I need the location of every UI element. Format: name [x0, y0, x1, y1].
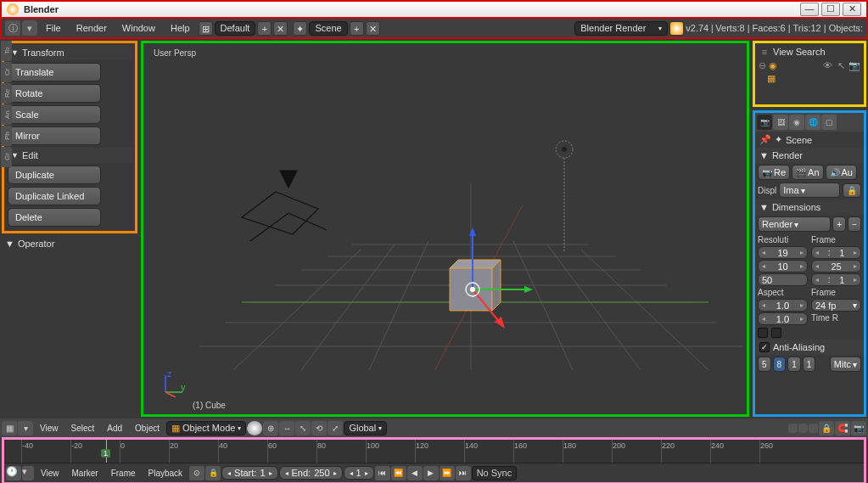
manip-scale-icon[interactable]: ⤢	[328, 421, 343, 435]
scene-remove-button[interactable]: ✕	[366, 21, 380, 36]
play-reverse-icon[interactable]: ◀	[407, 466, 423, 480]
render-preset-dropdown[interactable]: Render ▾	[758, 216, 831, 232]
outliner-view-menu[interactable]: View	[773, 47, 793, 57]
border-checkbox[interactable]	[758, 328, 768, 338]
aa-sample-5[interactable]: 5	[758, 357, 771, 372]
shading-solid-icon[interactable]	[247, 421, 262, 435]
expand-menu-icon[interactable]: ▾	[22, 20, 37, 36]
screen-layout-dropdown[interactable]: Default	[215, 21, 256, 36]
jump-start-icon[interactable]: ⏮	[375, 466, 390, 480]
pin-icon[interactable]: 📌	[759, 134, 771, 145]
aa-filter-dropdown[interactable]: Mitc ▾	[830, 357, 861, 372]
editor-type-icon[interactable]: ⓘ	[5, 20, 20, 36]
duplicate-linked-button[interactable]: Duplicate Linked	[8, 187, 101, 205]
end-frame-field[interactable]: ◂End: 250▸	[279, 466, 343, 480]
lock-icon[interactable]: 🔒	[843, 183, 861, 198]
frame-start-field[interactable]: ◂: 1▸	[811, 246, 861, 259]
aspect-x-field[interactable]: ◂1.0▸	[758, 299, 808, 312]
outliner-search-menu[interactable]: Search	[796, 47, 826, 57]
jump-end-icon[interactable]: ⏭	[456, 466, 471, 480]
render-preview-icon[interactable]: 📷	[851, 421, 866, 435]
scene-add-button[interactable]: +	[350, 21, 364, 36]
tab-world-icon[interactable]: 🌐	[805, 115, 820, 130]
timeline-ruler[interactable]: 1 -40-2002040608010012014016018020022024…	[4, 440, 864, 463]
sync-dropdown[interactable]: No Sync	[472, 466, 518, 480]
layer-button[interactable]	[798, 424, 808, 433]
lock-range-icon[interactable]: 🔒	[205, 466, 221, 480]
3d-viewport[interactable]: User Persp	[141, 41, 749, 417]
aa-sample-16[interactable]: 1	[803, 357, 816, 372]
editor-type-icon[interactable]: 🕐	[6, 466, 21, 480]
vp-select-menu[interactable]: Select	[65, 424, 101, 433]
menu-render[interactable]: Render	[70, 23, 114, 33]
animation-button[interactable]: 🎬An	[792, 165, 823, 180]
keyframe-next-icon[interactable]: ⏩	[440, 466, 455, 480]
manipulator-toggle-icon[interactable]: ↔	[279, 421, 294, 435]
fps-field[interactable]: 24 fp ▾	[811, 299, 861, 312]
start-frame-field[interactable]: ◂Start: 1▸	[221, 466, 277, 480]
play-icon[interactable]: ▶	[423, 466, 439, 480]
lock-camera-icon[interactable]: 🔒	[819, 421, 834, 435]
scene-browse-icon[interactable]: ✦	[293, 21, 307, 36]
panel-render-header[interactable]: ▼Render	[755, 148, 864, 163]
close-button[interactable]: ✕	[843, 3, 861, 16]
render-engine-dropdown[interactable]: Blender Render▾	[574, 21, 668, 36]
timeline-cursor[interactable]: 1	[106, 440, 107, 463]
pivot-icon[interactable]: ⊕	[263, 421, 278, 435]
tab-greasepencil[interactable]: Gr	[1, 147, 12, 167]
aa-checkbox[interactable]: ✓	[759, 342, 770, 352]
tl-frame-menu[interactable]: Frame	[105, 469, 142, 478]
resolution-pct-field[interactable]: 50	[758, 273, 808, 286]
aa-sample-8[interactable]: 8	[773, 357, 787, 372]
tab-create[interactable]: Cr	[1, 62, 12, 82]
minimize-button[interactable]: —	[800, 3, 819, 16]
delete-button[interactable]: Delete	[8, 208, 101, 227]
renderable-icon[interactable]: 📷	[848, 59, 860, 71]
tab-relations[interactable]: Re	[1, 83, 12, 104]
display-dropdown[interactable]: Ima ▾	[779, 183, 840, 198]
editor-type-icon[interactable]: ≡	[759, 46, 770, 58]
selectable-icon[interactable]: ↖	[835, 59, 847, 71]
tab-physics[interactable]: Ph	[1, 126, 12, 146]
resolution-x-field[interactable]: ◂19▸	[758, 246, 808, 259]
frame-step-field[interactable]: ◂: 1▸	[811, 273, 861, 286]
panel-transform-header[interactable]: ▼Transform	[6, 45, 133, 60]
vp-object-menu[interactable]: Object	[129, 424, 165, 433]
preset-remove-button[interactable]: −	[848, 216, 861, 232]
menu-window[interactable]: Window	[115, 23, 162, 33]
outliner-item-row[interactable]: ▦	[757, 72, 862, 85]
range-icon[interactable]: ⊙	[189, 466, 204, 480]
keyframe-prev-icon[interactable]: ⏪	[391, 466, 406, 480]
tl-playback-menu[interactable]: Playback	[143, 469, 189, 478]
maximize-button[interactable]: ☐	[821, 3, 840, 16]
tl-marker-menu[interactable]: Marker	[66, 469, 104, 478]
tab-render-icon[interactable]: 📷	[757, 115, 772, 130]
aspect-y-field[interactable]: ◂1.0▸	[758, 312, 808, 325]
tab-animation[interactable]: An	[1, 104, 12, 125]
visibility-icon[interactable]: 👁	[821, 59, 833, 71]
operator-panel-header[interactable]: ▼Operator	[0, 235, 139, 252]
mode-dropdown[interactable]: ▦Object Mode▾	[166, 421, 246, 435]
outliner-scene-row[interactable]: ⊖◉ 👁↖📷	[757, 59, 862, 72]
collapse-menu-icon[interactable]: ▾	[18, 421, 33, 435]
rotate-button[interactable]: Rotate	[8, 84, 101, 103]
orientation-dropdown[interactable]: Global▾	[344, 421, 387, 435]
layer-button[interactable]	[809, 424, 818, 433]
duplicate-button[interactable]: Duplicate	[8, 166, 101, 184]
panel-edit-header[interactable]: ▼Edit	[6, 148, 133, 163]
layout-add-button[interactable]: +	[257, 21, 272, 36]
manip-translate-icon[interactable]: ⤡	[295, 421, 311, 435]
resolution-y-field[interactable]: ◂10▸	[758, 260, 808, 272]
current-frame-field[interactable]: ◂1▸	[344, 466, 374, 480]
panel-dimensions-header[interactable]: ▼Dimensions	[755, 199, 864, 215]
audio-button[interactable]: 🔊Au	[826, 165, 857, 180]
snap-icon[interactable]: 🧲	[835, 421, 850, 435]
menu-file[interactable]: File	[39, 23, 68, 33]
panel-aa-header[interactable]: ✓Anti-Aliasing	[755, 340, 864, 355]
preset-add-button[interactable]: +	[832, 216, 846, 232]
tab-scene-icon[interactable]: ◉	[789, 115, 804, 130]
mirror-button[interactable]: Mirror	[8, 126, 101, 145]
tab-render-layers-icon[interactable]: 🖼	[773, 115, 788, 130]
tl-view-menu[interactable]: View	[35, 469, 65, 478]
manip-rotate-icon[interactable]: ⟲	[311, 421, 327, 435]
